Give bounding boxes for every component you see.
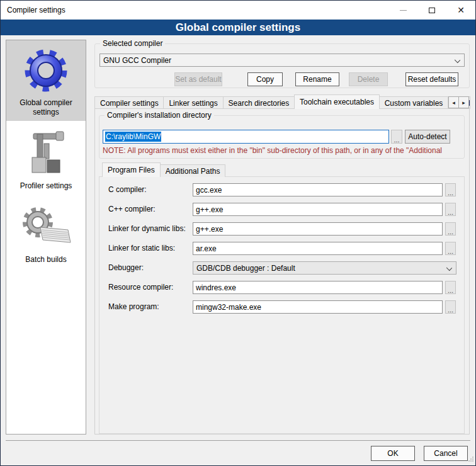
maximize-button[interactable] <box>417 1 446 20</box>
resize-grip[interactable] <box>468 455 474 464</box>
installation-directory-group: Compiler's installation directory C:\ray… <box>99 115 465 159</box>
make-program-input[interactable] <box>193 300 443 314</box>
close-button[interactable]: ✕ <box>446 1 475 20</box>
debugger-select[interactable]: GDB/CDB debugger : Default <box>193 261 456 275</box>
auto-detect-button[interactable]: Auto-detect <box>405 130 450 144</box>
tab-compiler-settings[interactable]: Compiler settings <box>94 96 164 109</box>
program-files-tabs: Program Files Additional Paths <box>102 162 225 177</box>
minimize-button[interactable] <box>388 1 417 20</box>
compiler-select[interactable]: GNU GCC Compiler <box>99 54 465 67</box>
field-label-make-program: Make program: <box>108 300 159 314</box>
tab-custom-variables[interactable]: Custom variables <box>379 96 448 109</box>
installation-directory-value: C:\raylib\MinGW <box>105 132 161 142</box>
static-linker-input[interactable] <box>193 242 443 255</box>
footer-separator <box>6 440 470 441</box>
group-legend: Compiler's installation directory <box>105 111 214 120</box>
field-label-cpp-compiler: C++ compiler: <box>108 203 156 216</box>
chevron-down-icon <box>446 265 452 271</box>
sidebar-item-label: Batch builds <box>8 253 84 264</box>
cpp-compiler-input[interactable] <box>193 203 443 216</box>
rename-button[interactable]: Rename <box>295 72 339 86</box>
delete-button[interactable]: Delete <box>349 72 388 86</box>
group-legend: Selected compiler <box>100 39 165 48</box>
field-label-debugger: Debugger: <box>108 261 144 275</box>
settings-category-list: Global compiler settings Profiler settin… <box>6 40 86 435</box>
ok-button[interactable]: OK <box>371 446 415 461</box>
static-linker-browse-button[interactable]: ... <box>445 242 456 255</box>
tab-search-directories[interactable]: Search directories <box>223 96 295 109</box>
copy-button[interactable]: Copy <box>247 72 283 86</box>
tab-scroll-left-button[interactable]: ◂ <box>448 96 459 108</box>
c-compiler-browse-button[interactable]: ... <box>445 183 456 196</box>
tab-toolchain-executables[interactable]: Toolchain executables <box>294 94 380 109</box>
field-label-dynamic-linker: Linker for dynamic libs: <box>108 222 186 236</box>
sidebar-item-profiler-settings[interactable]: Profiler settings <box>6 123 86 195</box>
program-files-panel: C compiler: ... C++ compiler: ... Linker… <box>99 176 465 434</box>
tab-program-files[interactable]: Program Files <box>102 162 161 177</box>
maximize-icon <box>429 8 435 13</box>
cpp-compiler-browse-button[interactable]: ... <box>445 203 456 216</box>
sidebar-item-label: Profiler settings <box>8 179 84 191</box>
dialog-banner-title: Global compiler settings <box>1 20 475 35</box>
c-compiler-input[interactable] <box>193 183 443 196</box>
sidebar-item-label: Global compiler settings <box>8 96 84 117</box>
note-text: NOTE: All programs must exist either in … <box>103 146 462 155</box>
arrow-right-icon: ▸ <box>462 99 465 106</box>
compiler-settings-dialog: Compiler settings ✕ Global compiler sett… <box>0 0 476 466</box>
titlebar: Compiler settings ✕ <box>1 1 475 20</box>
cancel-button[interactable]: Cancel <box>424 446 468 461</box>
chevron-down-icon <box>455 57 460 63</box>
debugger-select-value: GDB/CDB debugger : Default <box>196 264 295 273</box>
compiler-select-value: GNU GCC Compiler <box>103 56 171 65</box>
window-title: Compiler settings <box>1 6 65 14</box>
tab-scroll-right-button[interactable]: ▸ <box>458 96 469 108</box>
blue-gear-icon <box>8 45 84 96</box>
caliper-icon <box>8 128 84 179</box>
settings-tabs: Compiler settings Linker settings Search… <box>94 94 470 109</box>
selected-compiler-group: Selected compiler GNU GCC Compiler Set a… <box>94 43 470 88</box>
tab-additional-paths[interactable]: Additional Paths <box>160 164 226 177</box>
field-label-static-linker: Linker for static libs: <box>108 242 175 255</box>
set-as-default-button[interactable]: Set as default <box>174 72 222 86</box>
dynamic-linker-browse-button[interactable]: ... <box>445 222 456 236</box>
reset-defaults-button[interactable]: Reset defaults <box>405 72 458 86</box>
sidebar-item-global-compiler-settings[interactable]: Global compiler settings <box>6 40 86 121</box>
arrow-left-icon: ◂ <box>452 99 455 106</box>
installation-directory-browse-button[interactable]: ... <box>391 130 402 144</box>
resource-compiler-input[interactable] <box>193 281 443 294</box>
sidebar-item-batch-builds[interactable]: Batch builds <box>6 197 86 268</box>
minimize-icon <box>400 10 407 11</box>
gear-papers-icon <box>8 202 84 253</box>
dynamic-linker-input[interactable] <box>193 222 443 236</box>
tab-linker-settings[interactable]: Linker settings <box>163 96 223 109</box>
make-program-browse-button[interactable]: ... <box>445 300 456 314</box>
resource-compiler-browse-button[interactable]: ... <box>445 281 456 294</box>
installation-directory-input[interactable]: C:\raylib\MinGW <box>103 130 389 144</box>
close-icon: ✕ <box>457 6 465 14</box>
field-label-resource-compiler: Resource compiler: <box>108 281 173 294</box>
field-label-c-compiler: C compiler: <box>108 183 147 196</box>
